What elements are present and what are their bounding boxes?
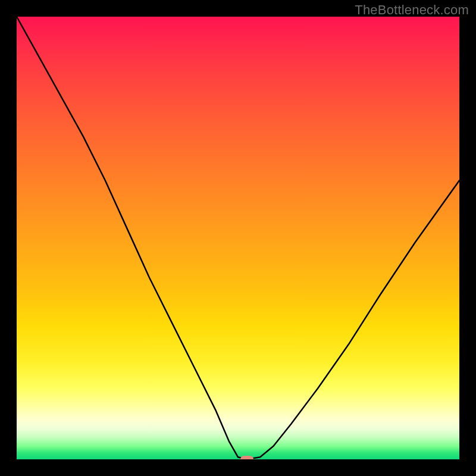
watermark-text: TheBottleneck.com: [355, 2, 469, 18]
stage: TheBottleneck.com: [0, 0, 476, 476]
plot-area: [17, 17, 459, 459]
optimum-marker: [240, 456, 253, 459]
bottleneck-curve: [17, 17, 459, 459]
